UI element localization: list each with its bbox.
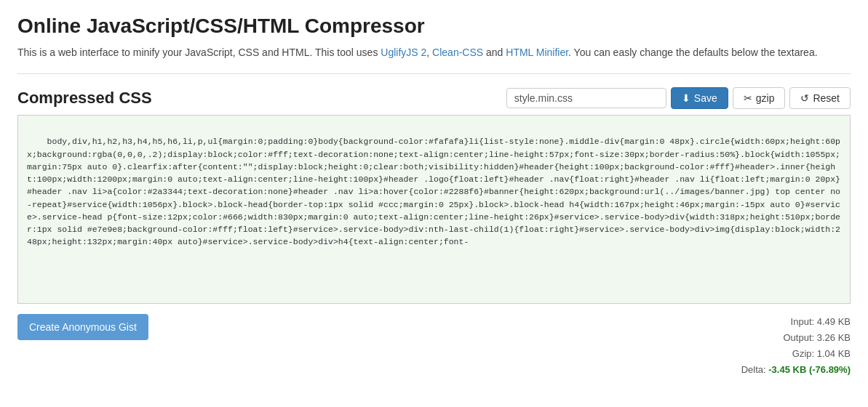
compressed-code: body,div,h1,h2,h3,h4,h5,h6,li,p,ul{margi… [27, 137, 840, 246]
page-description: This is a web interface to minify your J… [17, 45, 851, 60]
reset-button[interactable]: ↺ Reset [789, 87, 851, 109]
gist-button-label: Create Anonymous Gist [29, 321, 137, 333]
code-wrapper: body,div,h1,h2,h3,h4,h5,h6,li,p,ul{margi… [17, 115, 851, 304]
header-controls: ⬇ Save ✂ gzip ↺ Reset [506, 87, 851, 109]
uglifyjs-link[interactable]: UglifyJS 2 [381, 47, 426, 58]
compressed-section-header: Compressed CSS ⬇ Save ✂ gzip ↺ Reset [17, 87, 851, 109]
reset-label: Reset [813, 92, 840, 104]
gzip-stat-value: 1.04 KB [817, 348, 851, 359]
gzip-button[interactable]: ✂ gzip [733, 87, 786, 109]
footer-row: Create Anonymous Gist Input: 4.49 KB Out… [17, 314, 851, 378]
gzip-icon: ✂ [744, 92, 752, 104]
divider [17, 73, 851, 74]
description-text: This is a web interface to minify your J… [17, 47, 381, 58]
output-label: Output: [783, 332, 814, 343]
input-stat: Input: 4.49 KB [741, 314, 851, 330]
gzip-label: gzip [756, 92, 775, 104]
cleancss-link[interactable]: Clean-CSS [432, 47, 483, 58]
sep2: and [483, 47, 506, 58]
reset-icon: ↺ [800, 92, 809, 104]
save-icon: ⬇ [682, 92, 690, 104]
compressed-code-area[interactable]: body,div,h1,h2,h3,h4,h5,h6,li,p,ul{margi… [17, 115, 851, 304]
gzip-stat: Gzip: 1.04 KB [741, 346, 851, 362]
gzip-stat-label: Gzip: [792, 348, 814, 359]
stats-panel: Input: 4.49 KB Output: 3.26 KB Gzip: 1.0… [741, 314, 851, 378]
input-value: 4.49 KB [817, 316, 851, 327]
delta-label: Delta: [741, 364, 766, 375]
page-title: Online JavaScript/CSS/HTML Compressor [17, 15, 851, 38]
compressed-section-title: Compressed CSS [17, 89, 152, 108]
save-button[interactable]: ⬇ Save [671, 87, 728, 109]
filename-input[interactable] [506, 88, 666, 108]
delta-value: -3.45 KB (-76.89%) [768, 364, 851, 375]
sep1: , [426, 47, 432, 58]
delta-stat: Delta: -3.45 KB (-76.89%) [741, 362, 851, 378]
description-end: . You can easly change the defaults belo… [568, 47, 817, 58]
save-label: Save [694, 92, 717, 104]
html-minifier-link[interactable]: HTML Minifier [506, 47, 568, 58]
output-value: 3.26 KB [817, 332, 851, 343]
create-gist-button[interactable]: Create Anonymous Gist [17, 314, 148, 340]
input-label: Input: [791, 316, 815, 327]
output-stat: Output: 3.26 KB [741, 330, 851, 346]
